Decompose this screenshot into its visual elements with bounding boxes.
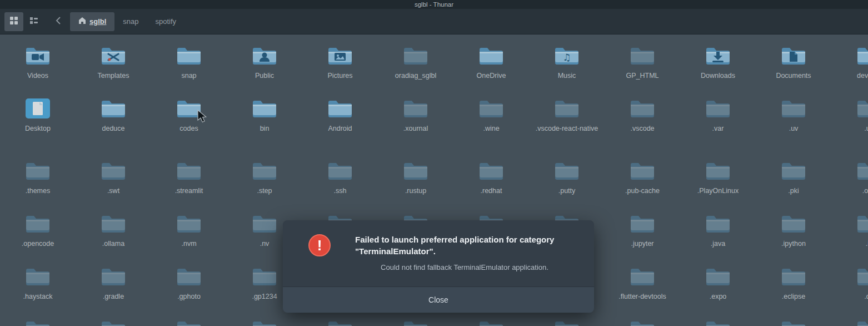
dialog-title: Failed to launch preferred application f… [355,234,574,257]
error-dialog: ! Failed to launch preferred application… [283,220,594,313]
error-icon: ! [308,234,331,256]
dialog-message: Could not find fallback TerminalEmulator… [355,263,574,271]
close-button[interactable]: Close [283,287,594,313]
